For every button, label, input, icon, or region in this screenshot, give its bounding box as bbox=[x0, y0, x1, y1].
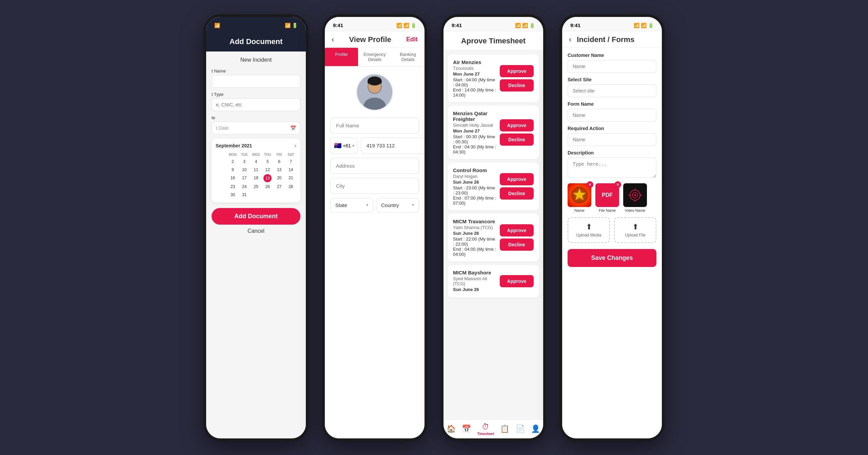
remove-image-btn[interactable]: ✕ bbox=[587, 181, 593, 188]
required-action-input[interactable] bbox=[568, 133, 656, 146]
cal-day[interactable]: 28 bbox=[285, 183, 296, 190]
image-name: Name bbox=[574, 208, 584, 212]
phone3-header: Aprove Timesheet bbox=[443, 32, 543, 50]
end-1: End : 14:00 (My time : 14:00) bbox=[453, 87, 496, 98]
phone4-back-button[interactable]: ‹ bbox=[569, 35, 571, 44]
cal-day[interactable]: 4 bbox=[251, 158, 261, 165]
nav-docs[interactable]: 📄 bbox=[516, 425, 525, 433]
back-button[interactable]: ‹ bbox=[332, 35, 334, 44]
nav-profile[interactable]: 👤 bbox=[531, 425, 540, 433]
edit-button[interactable]: Edit bbox=[406, 36, 418, 43]
tab-profile[interactable]: Profile bbox=[325, 48, 358, 66]
cal-day[interactable]: 11 bbox=[251, 166, 261, 173]
cal-day[interactable]: 13 bbox=[274, 166, 284, 173]
approve-btn-2[interactable]: Approve bbox=[500, 119, 534, 131]
date-3: Sun June 26 bbox=[453, 180, 496, 185]
company-5: MICM Bayshore bbox=[453, 270, 496, 275]
timesheet-info-1: Air Menzies Tzouroutis Mon June 27 Start… bbox=[453, 59, 496, 98]
phone4-status-bar: 9:41 📶 📶 🔋 bbox=[562, 17, 662, 32]
nav-timesheet[interactable]: ⏱ Timesheet bbox=[477, 422, 494, 436]
add-document-button[interactable]: Add Document bbox=[212, 208, 300, 225]
home-icon: 🏠 bbox=[447, 425, 456, 433]
attachments-row: ✕ Name PDF ✕ File Name bbox=[568, 183, 656, 212]
cal-day[interactable]: 7 bbox=[285, 158, 296, 165]
tab-emergency[interactable]: Emergency Details bbox=[358, 48, 391, 66]
cal-day[interactable]: 6 bbox=[274, 158, 284, 165]
type-label: t Type bbox=[212, 92, 300, 97]
decline-btn-2[interactable]: Decline bbox=[500, 133, 534, 146]
screen-container: 📶 📶 🔋 Add Document New Incident t Name t… bbox=[0, 0, 868, 455]
form-name-input[interactable] bbox=[568, 109, 656, 122]
cal-day[interactable]: 5 bbox=[262, 158, 273, 165]
reports-icon: 📋 bbox=[500, 425, 509, 433]
upload-media-btn[interactable]: ⬆ Upload Media bbox=[568, 217, 610, 243]
cal-day-today[interactable]: 19 bbox=[263, 174, 272, 182]
phone2-wrapper: 9:41 📶 📶 🔋 ‹ View Profile Edit Profile E… bbox=[315, 7, 434, 448]
cal-sat: SAT bbox=[285, 152, 296, 157]
address-input[interactable] bbox=[330, 158, 419, 174]
cal-day[interactable]: 27 bbox=[274, 183, 284, 190]
person-4: Yatin Sharma (TCG) bbox=[453, 225, 496, 230]
cal-day[interactable]: 17 bbox=[239, 174, 250, 182]
approve-btn-1[interactable]: Approve bbox=[500, 65, 534, 77]
cal-day[interactable]: 23 bbox=[227, 183, 238, 190]
save-changes-button[interactable]: Save Changes bbox=[568, 249, 656, 267]
phone1-signal-icon: 📶 bbox=[214, 23, 220, 28]
end-2: End : 04:30 (My time : 04:30) bbox=[453, 144, 496, 154]
profile-content: 🇦🇺 +61 ▾ State ▾ Country ▾ bbox=[325, 67, 425, 438]
upload-file-btn[interactable]: ⬆ Upload File bbox=[614, 217, 656, 243]
attachment-pdf: PDF ✕ File Name bbox=[595, 183, 619, 212]
full-name-input[interactable] bbox=[330, 118, 419, 133]
start-4: Start : 22:00 (My time : 22:00) bbox=[453, 236, 496, 247]
cal-day[interactable]: 3 bbox=[239, 158, 250, 165]
cal-day[interactable]: 30 bbox=[227, 191, 238, 199]
cal-day[interactable]: 10 bbox=[239, 166, 250, 173]
name-input[interactable] bbox=[212, 75, 300, 88]
country-selector[interactable]: Country ▾ bbox=[376, 198, 419, 212]
cal-day[interactable]: 31 bbox=[239, 191, 250, 199]
docs-icon: 📄 bbox=[516, 425, 525, 433]
cal-day[interactable]: 24 bbox=[239, 183, 250, 190]
type-input[interactable] bbox=[212, 98, 300, 111]
phone-country-selector[interactable]: 🇦🇺 +61 ▾ bbox=[330, 138, 358, 154]
cal-day[interactable]: 2 bbox=[227, 158, 238, 165]
cal-day[interactable]: 26 bbox=[262, 183, 273, 190]
cancel-label[interactable]: Cancel bbox=[212, 228, 300, 234]
cal-next-icon[interactable]: › bbox=[295, 143, 296, 149]
cal-day[interactable]: 25 bbox=[251, 183, 261, 190]
tab-banking[interactable]: Banking Details bbox=[391, 48, 425, 66]
remove-pdf-btn[interactable]: ✕ bbox=[614, 181, 621, 188]
state-selector[interactable]: State ▾ bbox=[330, 198, 373, 212]
customer-name-input[interactable] bbox=[568, 60, 656, 73]
actions-2: Approve Decline bbox=[500, 119, 534, 146]
description-textarea[interactable] bbox=[568, 158, 656, 178]
cal-day[interactable]: 20 bbox=[274, 174, 284, 182]
nav-home[interactable]: 🏠 bbox=[447, 425, 456, 433]
timesheet-card-1: Air Menzies Tzouroutis Mon June 27 Start… bbox=[448, 55, 539, 102]
customer-name-label: Customer Name bbox=[568, 53, 656, 58]
nav-calendar[interactable]: 📅 bbox=[462, 425, 471, 433]
select-site-input[interactable] bbox=[568, 84, 656, 97]
approve-btn-4[interactable]: Approve bbox=[500, 224, 534, 236]
cal-day[interactable]: 21 bbox=[285, 174, 296, 182]
decline-btn-3[interactable]: Decline bbox=[500, 187, 534, 200]
phone3-time: 9:41 bbox=[452, 22, 462, 28]
phone-number-input[interactable] bbox=[361, 138, 425, 154]
date-input[interactable]: t Date 📅 bbox=[212, 122, 300, 135]
city-input[interactable] bbox=[330, 178, 419, 194]
decline-btn-4[interactable]: Decline bbox=[500, 239, 534, 251]
phone1-content: New Incident t Name t Type te t Date 📅 S… bbox=[206, 51, 306, 438]
decline-btn-1[interactable]: Decline bbox=[500, 79, 534, 91]
cal-day[interactable]: 16 bbox=[227, 174, 238, 182]
phone1-status-bar: 📶 📶 🔋 bbox=[206, 17, 306, 32]
cal-day[interactable]: 12 bbox=[262, 166, 273, 173]
approve-btn-3[interactable]: Approve bbox=[500, 173, 534, 185]
nav-reports[interactable]: 📋 bbox=[500, 425, 509, 433]
phone-field-row: 🇦🇺 +61 ▾ bbox=[330, 138, 419, 154]
cal-day[interactable]: 9 bbox=[227, 166, 238, 173]
date-1: Mon June 27 bbox=[453, 71, 496, 77]
cal-day[interactable]: 18 bbox=[251, 174, 261, 182]
approve-btn-5[interactable]: Approve bbox=[500, 275, 534, 287]
cal-day[interactable]: 14 bbox=[285, 166, 296, 173]
profile-icon: 👤 bbox=[531, 425, 540, 433]
